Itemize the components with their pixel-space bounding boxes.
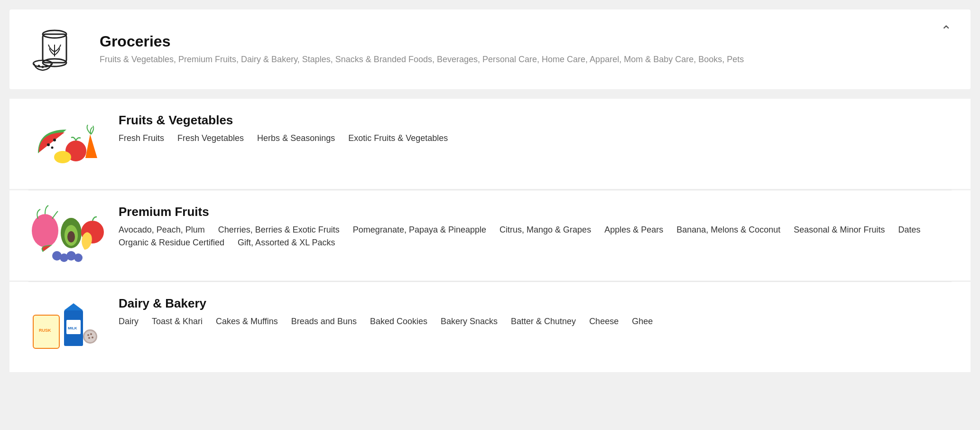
chevron-up-icon[interactable]: ⌃ xyxy=(941,23,952,38)
dairy-bakery-links: Dairy Toast & Khari Cakes & Muffins Brea… xyxy=(119,317,666,327)
spacer xyxy=(9,91,971,99)
link-bakery-snacks[interactable]: Bakery Snacks xyxy=(441,317,511,327)
svg-point-30 xyxy=(87,334,89,336)
link-ghee[interactable]: Ghee xyxy=(632,317,666,327)
link-baked-cookies[interactable]: Baked Cookies xyxy=(370,317,441,327)
svg-point-12 xyxy=(54,151,71,163)
svg-point-5 xyxy=(38,65,40,67)
link-cakes-muffins[interactable]: Cakes & Muffins xyxy=(216,317,291,327)
link-banana-melons-coconut[interactable]: Banana, Melons & Coconut xyxy=(676,225,794,235)
svg-marker-25 xyxy=(64,303,83,310)
groceries-icon xyxy=(28,21,85,78)
premium-fruits-title: Premium Fruits xyxy=(119,205,952,219)
svg-text:RUSK: RUSK xyxy=(39,328,51,333)
link-cherries-berries[interactable]: Cherries, Berries & Exotic Fruits xyxy=(218,225,353,235)
link-toast-khari[interactable]: Toast & Khari xyxy=(152,317,216,327)
link-fresh-vegetables[interactable]: Fresh Vegetables xyxy=(177,133,257,143)
premium-fruits-content: Premium Fruits Avocado, Peach, Plum Cher… xyxy=(119,205,952,248)
groceries-title: Groceries xyxy=(100,33,744,50)
premium-fruits-links: Avocado, Peach, Plum Cherries, Berries &… xyxy=(119,225,952,248)
page-container: Groceries Fruits & Vegetables, Premium F… xyxy=(0,0,980,383)
svg-point-33 xyxy=(92,337,93,338)
svg-point-21 xyxy=(74,253,83,262)
link-breads-buns[interactable]: Breads and Buns xyxy=(291,317,370,327)
fruits-vegetables-image xyxy=(28,113,104,175)
dairy-bakery-section: RUSK MILK Dairy & Bakery xyxy=(9,282,971,372)
svg-point-9 xyxy=(53,139,56,141)
groceries-card: Groceries Fruits & Vegetables, Premium F… xyxy=(9,9,971,89)
link-organic-residue[interactable]: Organic & Residue Certified xyxy=(119,238,238,248)
link-batter-chutney[interactable]: Batter & Chutney xyxy=(511,317,589,327)
groceries-text-block: Groceries Fruits & Vegetables, Premium F… xyxy=(100,33,744,66)
premium-fruits-section: Premium Fruits Avocado, Peach, Plum Cher… xyxy=(9,190,971,280)
fruits-vegetables-links: Fresh Fruits Fresh Vegetables Herbs & Se… xyxy=(119,133,461,143)
dairy-bakery-image: RUSK MILK xyxy=(28,296,104,358)
link-seasonal-minor-fruits[interactable]: Seasonal & Minor Fruits xyxy=(794,225,898,235)
link-fresh-fruits[interactable]: Fresh Fruits xyxy=(119,133,177,143)
link-apples-pears[interactable]: Apples & Pears xyxy=(604,225,676,235)
link-cheese[interactable]: Cheese xyxy=(589,317,632,327)
svg-point-31 xyxy=(90,333,92,335)
fruits-vegetables-title: Fruits & Vegetables xyxy=(119,113,461,128)
link-gift-assorted[interactable]: Gift, Assorted & XL Packs xyxy=(238,238,348,248)
fruits-vegetables-section: Fruits & Vegetables Fresh Fruits Fresh V… xyxy=(9,99,971,189)
fruits-vegetables-content: Fruits & Vegetables Fresh Fruits Fresh V… xyxy=(119,113,461,143)
svg-point-16 xyxy=(67,231,75,243)
dairy-bakery-title: Dairy & Bakery xyxy=(119,296,666,311)
link-herbs-seasonings[interactable]: Herbs & Seasonings xyxy=(257,133,348,143)
link-citrus-mango-grapes[interactable]: Citrus, Mango & Grapes xyxy=(499,225,604,235)
link-exotic-fruits-vegetables[interactable]: Exotic Fruits & Vegetables xyxy=(348,133,461,143)
svg-point-8 xyxy=(47,143,50,146)
svg-point-13 xyxy=(32,214,58,247)
svg-point-7 xyxy=(46,65,48,67)
groceries-subtitle: Fruits & Vegetables, Premium Fruits, Dai… xyxy=(100,53,744,66)
svg-point-6 xyxy=(42,66,44,68)
dairy-bakery-content: Dairy & Bakery Dairy Toast & Khari Cakes… xyxy=(119,296,666,327)
link-avocado-peach-plum[interactable]: Avocado, Peach, Plum xyxy=(119,225,218,235)
svg-point-32 xyxy=(88,337,90,339)
svg-point-10 xyxy=(51,147,54,149)
link-dairy[interactable]: Dairy xyxy=(119,317,152,327)
link-dates[interactable]: Dates xyxy=(898,225,934,235)
svg-point-29 xyxy=(84,331,96,342)
link-pomegranate-papaya[interactable]: Pomegranate, Papaya & Pineapple xyxy=(353,225,499,235)
svg-text:MILK: MILK xyxy=(68,326,77,330)
premium-fruits-image xyxy=(28,205,104,266)
